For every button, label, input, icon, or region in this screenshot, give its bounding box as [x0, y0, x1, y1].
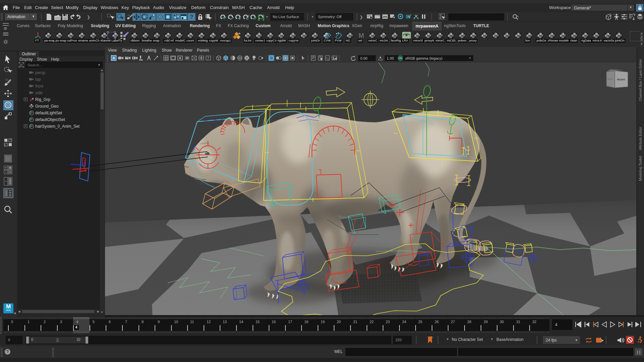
svg-text:RIGHT: RIGHT — [607, 78, 614, 80]
svg-text:IPR: IPR — [383, 16, 387, 18]
svg-text:?: ? — [190, 14, 193, 20]
svg-text:T: T — [207, 56, 209, 60]
svg-text:A: A — [112, 56, 115, 60]
svg-text:RIGHT: RIGHT — [617, 78, 626, 81]
svg-text:a: a — [126, 56, 128, 58]
